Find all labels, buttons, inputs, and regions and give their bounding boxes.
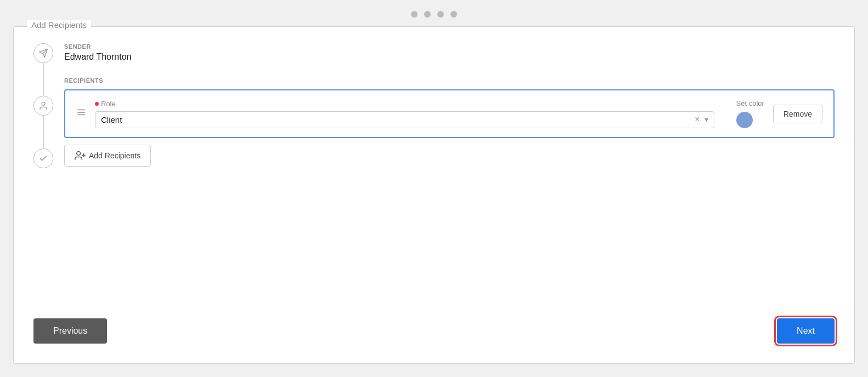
timeline-line-2 bbox=[43, 116, 44, 148]
step-dot-1 bbox=[411, 11, 418, 18]
person-icon-circle bbox=[33, 96, 53, 116]
recipients-section: RECIPIENTS bbox=[64, 77, 835, 167]
main-card: Add Recipients bbox=[13, 26, 855, 364]
previous-button[interactable]: Previous bbox=[33, 318, 107, 344]
sender-label: SENDER bbox=[64, 43, 835, 50]
timeline-body: SENDER Edward Thornton RECIPIENTS bbox=[64, 43, 835, 305]
role-label-row: Role bbox=[95, 100, 714, 108]
sender-section: SENDER Edward Thornton bbox=[64, 43, 835, 62]
clear-role-button[interactable]: × bbox=[695, 115, 700, 124]
svg-rect-5 bbox=[77, 115, 85, 116]
role-field: Role Client × ▾ bbox=[95, 100, 714, 128]
send-icon-circle bbox=[33, 43, 53, 63]
role-label: Role bbox=[101, 100, 116, 108]
footer-row: Previous Next bbox=[33, 305, 835, 344]
next-button[interactable]: Next bbox=[777, 318, 835, 344]
add-person-icon bbox=[75, 150, 86, 161]
svg-rect-3 bbox=[77, 110, 85, 111]
step-dot-2 bbox=[424, 11, 431, 18]
timeline-line-1 bbox=[43, 63, 44, 96]
svg-point-6 bbox=[77, 152, 81, 156]
role-required-dot bbox=[95, 102, 99, 106]
remove-button[interactable]: Remove bbox=[773, 105, 822, 123]
set-color-section: Set color bbox=[736, 99, 764, 128]
color-picker-circle[interactable] bbox=[736, 112, 753, 128]
card-title: Add Recipients bbox=[27, 20, 91, 30]
content-area: SENDER Edward Thornton RECIPIENTS bbox=[33, 43, 835, 344]
step-dot-3 bbox=[437, 11, 444, 18]
dropdown-arrow-icon[interactable]: ▾ bbox=[704, 115, 708, 124]
page-wrapper: Add Recipients bbox=[0, 0, 868, 377]
role-value: Client bbox=[101, 115, 690, 124]
step-dot-4 bbox=[450, 11, 457, 18]
recipients-label: RECIPIENTS bbox=[64, 77, 835, 84]
step-dots bbox=[411, 11, 457, 18]
add-recipients-button[interactable]: Add Recipients bbox=[64, 145, 151, 167]
svg-point-2 bbox=[42, 102, 45, 105]
role-select[interactable]: Client × ▾ bbox=[95, 111, 714, 128]
check-icon-circle bbox=[33, 148, 53, 168]
drag-handle-icon[interactable] bbox=[76, 107, 86, 120]
set-color-label: Set color bbox=[736, 99, 764, 107]
recipient-card: Role Client × ▾ Set color bbox=[64, 89, 835, 138]
svg-rect-4 bbox=[77, 112, 85, 113]
sender-name: Edward Thornton bbox=[64, 52, 835, 62]
timeline-icons bbox=[33, 43, 53, 305]
add-recipients-label: Add Recipients bbox=[89, 151, 140, 160]
